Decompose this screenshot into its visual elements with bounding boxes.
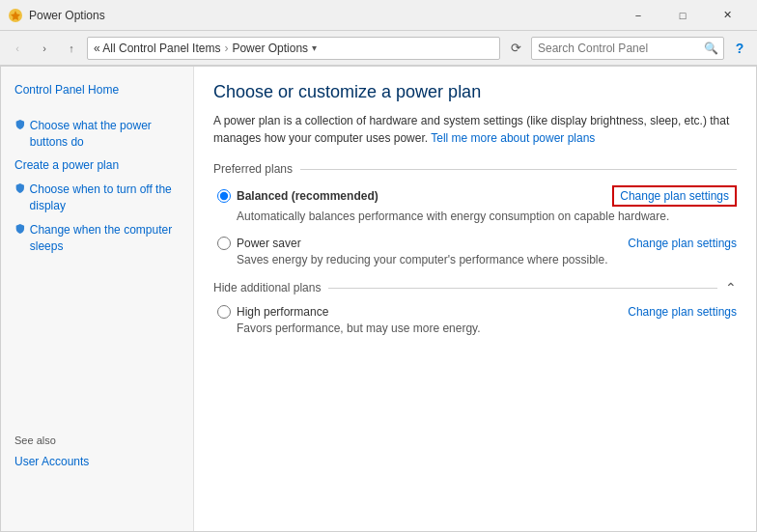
radio-high-performance[interactable] (217, 305, 231, 319)
breadcrumb-dropdown-icon[interactable]: ▾ (312, 42, 317, 53)
plan-header-high-performance: High performance Change plan settings (217, 305, 737, 319)
plan-name-power-saver: Power saver (237, 237, 301, 250)
plan-radio-label-power-saver[interactable]: Power saver (217, 237, 301, 250)
maximize-button[interactable]: □ (660, 0, 705, 31)
back-button[interactable]: ‹ (6, 37, 29, 60)
breadcrumb-current: Power Options (232, 42, 308, 55)
sidebar-item-power-buttons[interactable]: Choose what the power buttons do (1, 114, 193, 154)
plan-desc-power-saver: Saves energy by reducing your computer's… (237, 253, 737, 266)
plan-radio-label-balanced[interactable]: Balanced (recommended) (217, 189, 378, 203)
search-input[interactable] (531, 37, 724, 60)
titlebar: Power Options − □ ✕ (0, 0, 757, 31)
page-title: Choose or customize a power plan (213, 82, 737, 102)
help-button[interactable]: ? (728, 37, 751, 60)
sidebar-item-create-plan[interactable]: Create a power plan (1, 154, 193, 178)
shield-icon (14, 118, 26, 131)
sidebar: Control Panel Home Choose what the power… (1, 67, 194, 531)
main-window: Control Panel Home Choose what the power… (0, 66, 757, 532)
plan-name-balanced: Balanced (recommended) (237, 189, 378, 203)
change-plan-link-high-performance[interactable]: Change plan settings (628, 305, 737, 319)
breadcrumb-separator: › (224, 42, 228, 55)
see-also-label: See also (1, 419, 192, 450)
sidebar-label-turn-off: Choose when to turn off the display (30, 182, 180, 214)
titlebar-title: Power Options (29, 9, 616, 22)
plan-item-balanced: Balanced (recommended) Change plan setti… (213, 185, 737, 223)
forward-button[interactable]: › (33, 37, 56, 60)
hide-additional-divider (328, 288, 717, 289)
hide-additional-chevron-icon[interactable]: ⌃ (725, 280, 737, 295)
plan-radio-label-high-performance[interactable]: High performance (217, 305, 328, 319)
refresh-button[interactable]: ⟳ (504, 37, 527, 60)
sidebar-label-sleeps: Change when the computer sleeps (30, 222, 180, 255)
hide-additional-label: Hide additional plans (213, 281, 321, 294)
breadcrumb-bar[interactable]: « All Control Panel Items › Power Option… (87, 37, 500, 60)
addressbar: ‹ › ↑ « All Control Panel Items › Power … (0, 31, 757, 66)
change-plan-link-power-saver[interactable]: Change plan settings (628, 237, 737, 250)
sidebar-item-home[interactable]: Control Panel Home (1, 78, 193, 102)
shield-icon-3 (14, 222, 26, 236)
change-plan-link-balanced[interactable]: Change plan settings (612, 185, 737, 207)
preferred-plans-label: Preferred plans (213, 162, 293, 176)
radio-power-saver[interactable] (217, 237, 231, 250)
search-wrapper: 🔍 (531, 37, 724, 60)
preferred-plans-header: Preferred plans (213, 162, 737, 176)
sidebar-label-power-buttons: Choose what the power buttons do (30, 118, 180, 151)
preferred-plans-divider (300, 169, 737, 170)
up-button[interactable]: ↑ (60, 37, 83, 60)
sidebar-item-user-accounts[interactable]: User Accounts (1, 450, 192, 474)
plan-desc-high-performance: Favors performance, but may use more ene… (237, 322, 737, 335)
titlebar-controls: − □ ✕ (616, 0, 749, 31)
plan-header-power-saver: Power saver Change plan settings (217, 237, 737, 250)
close-button[interactable]: ✕ (705, 0, 749, 31)
plan-name-high-performance: High performance (237, 305, 328, 319)
content-area: Choose or customize a power plan A power… (194, 67, 756, 531)
shield-icon-2 (14, 182, 26, 195)
breadcrumb-home: « All Control Panel Items (94, 42, 220, 55)
plan-item-power-saver: Power saver Change plan settings Saves e… (213, 237, 737, 266)
plan-item-high-performance: High performance Change plan settings Fa… (213, 305, 737, 335)
minimize-button[interactable]: − (616, 0, 660, 31)
plan-header-balanced: Balanced (recommended) Change plan setti… (217, 185, 737, 207)
titlebar-icon (8, 8, 23, 23)
learn-more-link[interactable]: Tell me more about power plans (431, 131, 595, 145)
plan-desc-balanced: Automatically balances performance with … (237, 210, 737, 223)
sidebar-item-turn-off-display[interactable]: Choose when to turn off the display (1, 178, 193, 218)
hide-additional-header: Hide additional plans ⌃ (213, 280, 737, 295)
sidebar-item-computer-sleeps[interactable]: Change when the computer sleeps (1, 218, 193, 259)
radio-balanced[interactable] (217, 189, 231, 203)
content-description: A power plan is a collection of hardware… (213, 112, 737, 147)
